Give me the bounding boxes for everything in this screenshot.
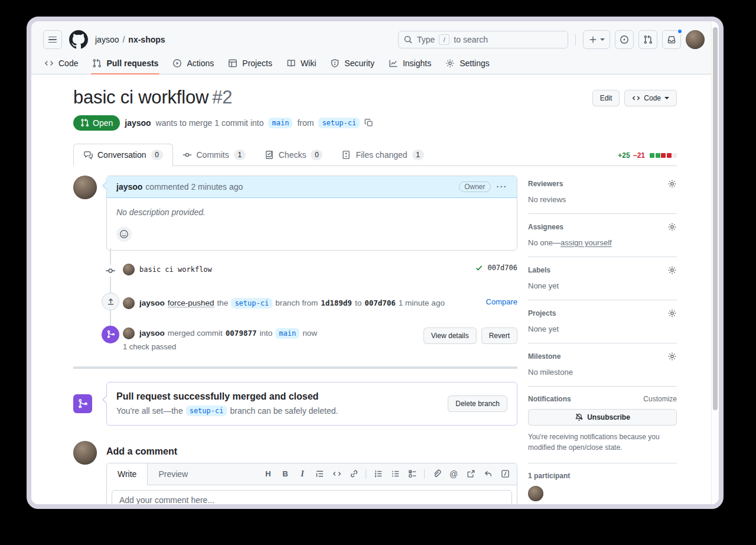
tab-preview[interactable]: Preview bbox=[148, 463, 198, 485]
view-details-button[interactable]: View details bbox=[423, 327, 477, 344]
tab-checks[interactable]: Checks 0 bbox=[255, 144, 333, 166]
issue-opened-icon bbox=[620, 35, 629, 44]
base-branch-chip[interactable]: main bbox=[268, 118, 292, 128]
revert-button[interactable]: Revert bbox=[481, 327, 517, 344]
base-branch-chip[interactable]: main bbox=[275, 328, 299, 339]
pr-description-comment: jaysoo commented 2 minutes ago Owner ···… bbox=[106, 176, 517, 251]
repo-tab-projects[interactable]: Projects bbox=[222, 54, 278, 74]
kebab-menu-icon[interactable]: ··· bbox=[497, 182, 508, 192]
edit-button[interactable]: Edit bbox=[592, 90, 620, 106]
repo-tab-label: Actions bbox=[187, 59, 214, 68]
mention-button[interactable]: @ bbox=[445, 466, 462, 482]
actor-avatar[interactable] bbox=[123, 327, 135, 339]
code-dropdown-button[interactable]: Code bbox=[624, 90, 677, 106]
breadcrumb-repo[interactable]: nx-shops bbox=[128, 35, 165, 44]
search-icon bbox=[403, 35, 413, 44]
repo-tab-settings[interactable]: Settings bbox=[439, 54, 496, 74]
check-icon[interactable] bbox=[475, 264, 483, 272]
table-icon bbox=[228, 59, 237, 68]
git-commit-icon bbox=[105, 265, 116, 277]
commit-sha[interactable]: 007d706 bbox=[487, 264, 517, 272]
comment-textarea[interactable] bbox=[112, 490, 512, 509]
customize-link[interactable]: Customize bbox=[643, 395, 677, 403]
head-branch-chip[interactable]: setup-ci bbox=[318, 118, 360, 128]
repo-tab-code[interactable]: Code bbox=[38, 54, 84, 74]
compare-link[interactable]: Compare bbox=[486, 297, 517, 306]
diffstat: +25 −21 bbox=[618, 151, 677, 166]
git-pull-request-icon bbox=[643, 35, 653, 44]
link-button[interactable] bbox=[346, 466, 362, 482]
comment-author[interactable]: jaysoo bbox=[116, 182, 142, 192]
participant-avatar[interactable] bbox=[528, 486, 543, 501]
tab-commits[interactable]: Commits 1 bbox=[173, 144, 255, 166]
repo-tab-actions[interactable]: Actions bbox=[167, 54, 220, 74]
tab-conversation[interactable]: Conversation 0 bbox=[73, 144, 173, 166]
head-branch-chip[interactable]: setup-ci bbox=[231, 298, 272, 309]
merge-sha[interactable]: 0079877 bbox=[226, 329, 257, 338]
quote-button[interactable] bbox=[311, 466, 328, 482]
gear-icon[interactable] bbox=[667, 309, 677, 318]
scrollbar[interactable] bbox=[711, 21, 719, 504]
bold-button[interactable]: B bbox=[277, 466, 294, 482]
gear-icon[interactable] bbox=[667, 179, 677, 189]
paperclip-icon bbox=[432, 469, 441, 478]
scrollbar-thumb[interactable] bbox=[713, 27, 718, 410]
delete-branch-button[interactable]: Delete branch bbox=[448, 395, 507, 412]
gear-icon[interactable] bbox=[667, 352, 677, 361]
pr-title: basic ci workflow#2 bbox=[73, 86, 232, 109]
saved-replies-button[interactable] bbox=[480, 466, 496, 482]
create-new-button[interactable] bbox=[583, 30, 610, 49]
repo-tab-wiki[interactable]: Wiki bbox=[281, 54, 322, 74]
code-button[interactable] bbox=[328, 466, 345, 482]
repo-tab-pull-requests[interactable]: Pull requests bbox=[86, 54, 164, 74]
actor-name[interactable]: jaysoo bbox=[139, 329, 165, 338]
head-branch-chip[interactable]: setup-ci bbox=[186, 405, 227, 416]
comment-form: Write Preview H B I bbox=[106, 463, 517, 509]
repo-tab-label: Settings bbox=[460, 59, 490, 68]
pull-requests-button[interactable] bbox=[638, 30, 657, 49]
search-input[interactable]: Type / to search bbox=[398, 31, 568, 48]
unsubscribe-button[interactable]: Unsubscribe bbox=[528, 409, 677, 426]
inbox-button[interactable] bbox=[662, 30, 681, 49]
slash-commands-button[interactable] bbox=[497, 466, 513, 482]
pr-tabs: Conversation 0 Commits 1 Checks 0 Files … bbox=[73, 144, 677, 166]
browser-window: jaysoo / nx-shops Type / to search bbox=[27, 17, 724, 509]
code-icon bbox=[44, 59, 54, 68]
search-placeholder-prefix: Type bbox=[417, 35, 435, 44]
old-sha[interactable]: 1d189d9 bbox=[321, 299, 352, 307]
pr-author[interactable]: jaysoo bbox=[125, 118, 151, 128]
add-reaction-button[interactable] bbox=[116, 226, 132, 242]
gear-icon[interactable] bbox=[667, 265, 677, 275]
assign-yourself-link[interactable]: assign yourself bbox=[561, 238, 612, 247]
actor-name[interactable]: jaysoo bbox=[139, 299, 165, 307]
attach-file-button[interactable] bbox=[428, 466, 445, 482]
cross-reference-button[interactable] bbox=[462, 466, 479, 482]
copy-icon[interactable] bbox=[364, 118, 373, 127]
tab-files-changed[interactable]: Files changed 1 bbox=[332, 144, 433, 166]
github-logo-icon[interactable] bbox=[69, 30, 88, 49]
ordered-list-button[interactable] bbox=[370, 466, 386, 482]
repo-tab-security[interactable]: Security bbox=[324, 54, 380, 74]
heading-button[interactable]: H bbox=[260, 466, 276, 482]
actor-avatar[interactable] bbox=[123, 297, 135, 309]
files-count: 1 bbox=[412, 150, 424, 160]
tab-write[interactable]: Write bbox=[107, 463, 148, 485]
issues-button[interactable] bbox=[615, 30, 634, 49]
repo-tab-insights[interactable]: Insights bbox=[383, 54, 437, 74]
comment-author-avatar[interactable] bbox=[73, 176, 97, 199]
unordered-list-button[interactable] bbox=[387, 466, 403, 482]
git-merge-icon bbox=[102, 326, 119, 343]
hamburger-menu-button[interactable] bbox=[43, 30, 62, 49]
force-pushed-link[interactable]: force-pushed bbox=[168, 299, 214, 307]
commit-message[interactable]: basic ci workflow bbox=[139, 265, 212, 274]
commit-author-avatar[interactable] bbox=[123, 264, 135, 275]
breadcrumb-owner[interactable]: jaysoo bbox=[95, 35, 119, 44]
gear-icon[interactable] bbox=[667, 222, 677, 232]
task-list-button[interactable] bbox=[404, 466, 421, 482]
merged-banner-title: Pull request successfully merged and clo… bbox=[116, 391, 338, 402]
user-avatar[interactable] bbox=[686, 30, 705, 49]
new-sha[interactable]: 007d706 bbox=[364, 299, 396, 307]
italic-button[interactable]: I bbox=[294, 466, 311, 482]
git-pull-request-icon bbox=[80, 118, 89, 127]
pr-state-badge: Open bbox=[73, 115, 120, 131]
